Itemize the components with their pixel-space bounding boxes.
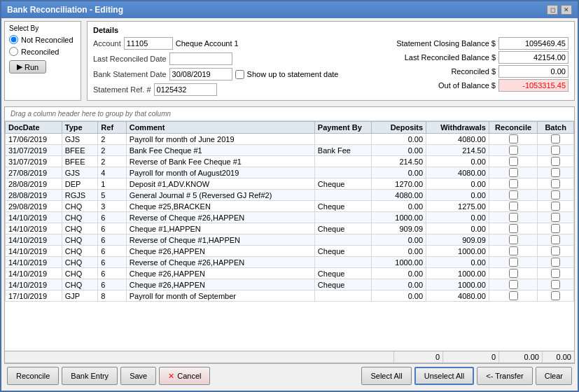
cell-reconcile[interactable]	[489, 223, 538, 234]
details-title: Details	[93, 26, 568, 34]
reconcile-checkbox[interactable]	[509, 190, 518, 200]
col-header-reconcile[interactable]: Reconcile	[489, 122, 538, 134]
cell-reconcile[interactable]	[489, 234, 538, 246]
cell-batch[interactable]	[538, 279, 574, 290]
cell-reconcile[interactable]	[489, 145, 538, 156]
out-of-balance-value[interactable]	[498, 79, 568, 92]
reconciled-radio[interactable]	[9, 47, 18, 56]
cell-reconcile[interactable]	[489, 201, 538, 212]
cell-batch[interactable]	[538, 190, 574, 201]
cell-batch[interactable]	[538, 268, 574, 279]
reconcile-checkbox[interactable]	[509, 179, 518, 188]
reconcile-checkbox[interactable]	[509, 258, 518, 267]
batch-checkbox[interactable]	[551, 235, 560, 244]
cell-batch[interactable]	[538, 290, 574, 302]
batch-checkbox[interactable]	[551, 157, 560, 166]
clear-button[interactable]: Clear	[536, 367, 572, 385]
reconcile-button[interactable]: Reconcile	[7, 367, 59, 385]
show-up-to-checkbox[interactable]	[235, 70, 244, 79]
reconcile-checkbox[interactable]	[509, 246, 518, 255]
cell-batch[interactable]	[538, 156, 574, 167]
reconcile-checkbox[interactable]	[509, 291, 518, 300]
reconcile-checkbox[interactable]	[509, 224, 518, 233]
cell-type: RGJS	[62, 190, 98, 201]
cell-batch[interactable]	[538, 223, 574, 234]
col-header-comment[interactable]: Comment	[126, 122, 314, 134]
batch-checkbox[interactable]	[551, 246, 560, 255]
bank-statement-date-input[interactable]	[169, 68, 232, 80]
batch-checkbox[interactable]	[551, 190, 560, 200]
select-all-button[interactable]: Select All	[361, 367, 411, 385]
not-reconciled-radio[interactable]	[9, 35, 18, 44]
batch-checkbox[interactable]	[551, 269, 560, 278]
cancel-button[interactable]: ✕ Cancel	[159, 367, 210, 385]
reconcile-checkbox[interactable]	[509, 146, 518, 155]
batch-checkbox[interactable]	[551, 146, 560, 155]
table-container[interactable]: DocDate Type Ref Comment Payment By Depo…	[5, 121, 574, 351]
cell-reconcile[interactable]	[489, 167, 538, 178]
run-button[interactable]: ▶ Run	[9, 60, 46, 74]
cell-reconcile[interactable]	[489, 279, 538, 290]
cell-reconcile[interactable]	[489, 246, 538, 257]
reconcile-checkbox[interactable]	[509, 168, 518, 177]
reconcile-checkbox[interactable]	[509, 235, 518, 244]
last-reconciled-date-input[interactable]	[169, 52, 232, 65]
col-header-ref[interactable]: Ref	[98, 122, 126, 134]
bank-entry-button[interactable]: Bank Entry	[62, 367, 118, 385]
statement-ref-input[interactable]	[154, 83, 217, 96]
close-button[interactable]: ✕	[561, 5, 572, 15]
reconciled-value[interactable]	[498, 65, 568, 78]
batch-checkbox[interactable]	[551, 168, 560, 177]
batch-checkbox[interactable]	[551, 134, 560, 144]
batch-checkbox[interactable]	[551, 291, 560, 300]
restore-button[interactable]: ◻	[547, 5, 558, 15]
reconcile-checkbox[interactable]	[509, 269, 518, 278]
cell-batch[interactable]	[538, 145, 574, 156]
cell-reconcile[interactable]	[489, 190, 538, 201]
reconcile-checkbox[interactable]	[509, 202, 518, 211]
batch-checkbox[interactable]	[551, 280, 560, 289]
batch-checkbox[interactable]	[551, 258, 560, 267]
col-header-type[interactable]: Type	[62, 122, 98, 134]
cell-ref: 2	[98, 145, 126, 156]
batch-checkbox[interactable]	[551, 202, 560, 211]
unselect-all-button[interactable]: Unselect All	[414, 367, 474, 385]
col-header-deposits[interactable]: Deposits	[371, 122, 426, 134]
cell-batch[interactable]	[538, 178, 574, 190]
cell-batch[interactable]	[538, 167, 574, 178]
batch-checkbox[interactable]	[551, 224, 560, 233]
account-input[interactable]	[124, 37, 173, 50]
transfer-button[interactable]: <- Transfer	[477, 367, 533, 385]
cell-reconcile[interactable]	[489, 268, 538, 279]
cell-reconcile[interactable]	[489, 212, 538, 223]
cell-batch[interactable]	[538, 212, 574, 223]
cell-reconcile[interactable]	[489, 290, 538, 302]
cell-reconcile[interactable]	[489, 178, 538, 190]
cell-batch[interactable]	[538, 201, 574, 212]
cell-reconcile[interactable]	[489, 134, 538, 145]
cell-batch[interactable]	[538, 257, 574, 268]
cell-reconcile[interactable]	[489, 156, 538, 167]
cell-deposits: 0.00	[371, 134, 426, 145]
col-header-withdrawals[interactable]: Withdrawals	[426, 122, 489, 134]
cell-reconcile[interactable]	[489, 257, 538, 268]
col-header-payby[interactable]: Payment By	[314, 122, 371, 134]
save-button[interactable]: Save	[120, 367, 156, 385]
cell-comment: Payroll for month of June 2019	[126, 134, 314, 145]
cell-withdrawals: 909.09	[426, 234, 489, 246]
cell-batch[interactable]	[538, 234, 574, 246]
col-header-batch[interactable]: Batch	[538, 122, 574, 134]
cell-batch[interactable]	[538, 246, 574, 257]
reconcile-checkbox[interactable]	[509, 134, 518, 144]
cell-docdate: 14/10/2019	[6, 234, 62, 246]
last-reconciled-balance-value[interactable]	[498, 51, 568, 64]
cell-batch[interactable]	[538, 134, 574, 145]
title-bar: Bank Reconciliation - Editing ◻ ✕	[1, 1, 578, 18]
batch-checkbox[interactable]	[551, 213, 560, 222]
reconcile-checkbox[interactable]	[509, 213, 518, 222]
reconcile-checkbox[interactable]	[509, 157, 518, 166]
statement-closing-balance-value[interactable]	[498, 37, 568, 50]
reconcile-checkbox[interactable]	[509, 280, 518, 289]
batch-checkbox[interactable]	[551, 179, 560, 188]
col-header-docdate[interactable]: DocDate	[6, 122, 62, 134]
